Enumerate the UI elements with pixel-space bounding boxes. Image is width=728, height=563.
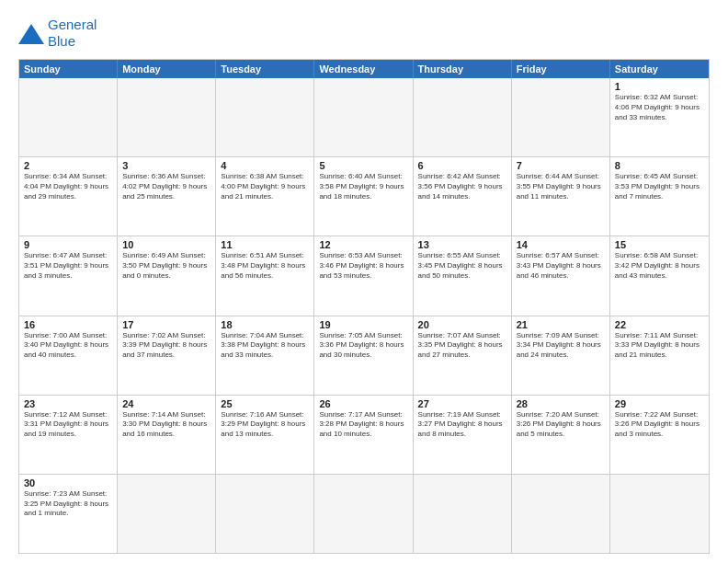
calendar-cell: 7Sunrise: 6:44 AM Sunset: 3:55 PM Daylig… <box>512 157 610 236</box>
day-info: Sunrise: 7:16 AM Sunset: 3:29 PM Dayligh… <box>221 410 309 440</box>
calendar-cell: 9Sunrise: 6:47 AM Sunset: 3:51 PM Daylig… <box>19 236 118 315</box>
calendar-cell: 21Sunrise: 7:09 AM Sunset: 3:34 PM Dayli… <box>512 316 610 395</box>
calendar-cell: 4Sunrise: 6:38 AM Sunset: 4:00 PM Daylig… <box>216 157 314 236</box>
calendar-cell: 18Sunrise: 7:04 AM Sunset: 3:38 PM Dayli… <box>216 316 314 395</box>
calendar-cell <box>118 475 216 553</box>
day-info: Sunrise: 7:09 AM Sunset: 3:34 PM Dayligh… <box>517 331 605 361</box>
day-number: 23 <box>24 398 112 409</box>
day-info: Sunrise: 6:44 AM Sunset: 3:55 PM Dayligh… <box>517 172 605 201</box>
day-info: Sunrise: 6:49 AM Sunset: 3:50 PM Dayligh… <box>122 251 210 281</box>
day-number: 3 <box>122 160 210 171</box>
day-number: 9 <box>24 239 112 250</box>
calendar-week-0: 1Sunrise: 6:32 AM Sunset: 4:06 PM Daylig… <box>19 78 709 157</box>
calendar-cell: 11Sunrise: 6:51 AM Sunset: 3:48 PM Dayli… <box>216 236 314 315</box>
day-number: 22 <box>615 319 704 330</box>
calendar-cell: 24Sunrise: 7:14 AM Sunset: 3:30 PM Dayli… <box>118 396 216 474</box>
day-info: Sunrise: 7:22 AM Sunset: 3:26 PM Dayligh… <box>615 410 704 440</box>
calendar-cell <box>512 78 610 156</box>
calendar-cell: 29Sunrise: 7:22 AM Sunset: 3:26 PM Dayli… <box>610 396 709 474</box>
day-number: 6 <box>418 160 506 171</box>
calendar-cell: 16Sunrise: 7:00 AM Sunset: 3:40 PM Dayli… <box>19 316 118 395</box>
day-info: Sunrise: 7:07 AM Sunset: 3:35 PM Dayligh… <box>418 331 506 361</box>
day-info: Sunrise: 6:34 AM Sunset: 4:04 PM Dayligh… <box>24 172 112 201</box>
calendar-week-3: 16Sunrise: 7:00 AM Sunset: 3:40 PM Dayli… <box>19 316 709 396</box>
calendar-cell <box>118 78 216 156</box>
day-number: 5 <box>319 160 407 171</box>
day-info: Sunrise: 6:38 AM Sunset: 4:00 PM Dayligh… <box>221 172 309 201</box>
day-number: 10 <box>122 239 210 250</box>
col-header-sunday: Sunday <box>19 60 118 78</box>
day-number: 29 <box>615 398 704 409</box>
calendar-header-row: SundayMondayTuesdayWednesdayThursdayFrid… <box>19 60 709 78</box>
day-number: 30 <box>24 477 112 488</box>
calendar-body: 1Sunrise: 6:32 AM Sunset: 4:06 PM Daylig… <box>19 78 709 553</box>
day-info: Sunrise: 6:42 AM Sunset: 3:56 PM Dayligh… <box>418 172 506 201</box>
day-number: 15 <box>615 239 704 250</box>
day-info: Sunrise: 7:05 AM Sunset: 3:36 PM Dayligh… <box>319 331 407 361</box>
calendar-cell: 20Sunrise: 7:07 AM Sunset: 3:35 PM Dayli… <box>414 316 512 395</box>
logo-blue: Blue <box>48 33 75 49</box>
calendar-cell: 23Sunrise: 7:12 AM Sunset: 3:31 PM Dayli… <box>19 396 118 474</box>
day-info: Sunrise: 6:57 AM Sunset: 3:43 PM Dayligh… <box>517 251 605 281</box>
day-number: 7 <box>517 160 605 171</box>
calendar-cell: 27Sunrise: 7:19 AM Sunset: 3:27 PM Dayli… <box>414 396 512 474</box>
day-number: 19 <box>319 319 407 330</box>
calendar-cell <box>216 475 314 553</box>
calendar-cell <box>610 475 709 553</box>
day-info: Sunrise: 6:32 AM Sunset: 4:06 PM Dayligh… <box>615 93 704 122</box>
day-info: Sunrise: 6:58 AM Sunset: 3:42 PM Dayligh… <box>615 251 704 281</box>
day-info: Sunrise: 6:55 AM Sunset: 3:45 PM Dayligh… <box>418 251 506 281</box>
col-header-friday: Friday <box>512 60 610 78</box>
day-number: 16 <box>24 319 112 330</box>
day-number: 26 <box>319 398 407 409</box>
day-info: Sunrise: 7:11 AM Sunset: 3:33 PM Dayligh… <box>615 331 704 361</box>
calendar-cell: 25Sunrise: 7:16 AM Sunset: 3:29 PM Dayli… <box>216 396 314 474</box>
col-header-tuesday: Tuesday <box>216 60 314 78</box>
day-info: Sunrise: 7:20 AM Sunset: 3:26 PM Dayligh… <box>517 410 605 440</box>
logo-general: General <box>48 17 97 32</box>
calendar-cell <box>512 475 610 553</box>
day-number: 1 <box>615 81 704 92</box>
day-number: 8 <box>615 160 704 171</box>
calendar-cell: 28Sunrise: 7:20 AM Sunset: 3:26 PM Dayli… <box>512 396 610 474</box>
day-info: Sunrise: 7:00 AM Sunset: 3:40 PM Dayligh… <box>24 331 112 361</box>
day-info: Sunrise: 6:40 AM Sunset: 3:58 PM Dayligh… <box>319 172 407 201</box>
calendar-week-4: 23Sunrise: 7:12 AM Sunset: 3:31 PM Dayli… <box>19 396 709 475</box>
day-number: 13 <box>418 239 506 250</box>
calendar-cell: 19Sunrise: 7:05 AM Sunset: 3:36 PM Dayli… <box>314 316 413 395</box>
calendar-grid: SundayMondayTuesdayWednesdayThursdayFrid… <box>18 59 710 554</box>
day-info: Sunrise: 7:04 AM Sunset: 3:38 PM Dayligh… <box>221 331 309 361</box>
day-number: 24 <box>122 398 210 409</box>
calendar-cell: 26Sunrise: 7:17 AM Sunset: 3:28 PM Dayli… <box>314 396 413 474</box>
day-info: Sunrise: 7:23 AM Sunset: 3:25 PM Dayligh… <box>24 489 112 519</box>
calendar-cell: 13Sunrise: 6:55 AM Sunset: 3:45 PM Dayli… <box>414 236 512 315</box>
day-number: 17 <box>122 319 210 330</box>
page-header: General Blue <box>18 17 710 50</box>
day-info: Sunrise: 6:47 AM Sunset: 3:51 PM Dayligh… <box>24 251 112 281</box>
calendar-cell <box>216 78 314 156</box>
day-info: Sunrise: 7:19 AM Sunset: 3:27 PM Dayligh… <box>418 410 506 440</box>
calendar-week-5: 30Sunrise: 7:23 AM Sunset: 3:25 PM Dayli… <box>19 475 709 553</box>
logo: General Blue <box>18 17 97 50</box>
col-header-thursday: Thursday <box>414 60 512 78</box>
logo-text: General Blue <box>48 17 97 50</box>
calendar-week-2: 9Sunrise: 6:47 AM Sunset: 3:51 PM Daylig… <box>19 236 709 316</box>
day-info: Sunrise: 6:36 AM Sunset: 4:02 PM Dayligh… <box>122 172 210 201</box>
col-header-monday: Monday <box>118 60 216 78</box>
calendar-cell: 17Sunrise: 7:02 AM Sunset: 3:39 PM Dayli… <box>118 316 216 395</box>
calendar-cell: 1Sunrise: 6:32 AM Sunset: 4:06 PM Daylig… <box>610 78 709 156</box>
calendar-cell: 14Sunrise: 6:57 AM Sunset: 3:43 PM Dayli… <box>512 236 610 315</box>
day-number: 2 <box>24 160 112 171</box>
calendar-cell: 22Sunrise: 7:11 AM Sunset: 3:33 PM Dayli… <box>610 316 709 395</box>
calendar-cell: 6Sunrise: 6:42 AM Sunset: 3:56 PM Daylig… <box>414 157 512 236</box>
day-info: Sunrise: 7:14 AM Sunset: 3:30 PM Dayligh… <box>122 410 210 440</box>
day-info: Sunrise: 7:02 AM Sunset: 3:39 PM Dayligh… <box>122 331 210 361</box>
day-number: 11 <box>221 239 309 250</box>
calendar-cell: 10Sunrise: 6:49 AM Sunset: 3:50 PM Dayli… <box>118 236 216 315</box>
day-number: 14 <box>517 239 605 250</box>
day-info: Sunrise: 7:17 AM Sunset: 3:28 PM Dayligh… <box>319 410 407 440</box>
calendar-cell: 15Sunrise: 6:58 AM Sunset: 3:42 PM Dayli… <box>610 236 709 315</box>
calendar-cell: 8Sunrise: 6:45 AM Sunset: 3:53 PM Daylig… <box>610 157 709 236</box>
day-info: Sunrise: 6:45 AM Sunset: 3:53 PM Dayligh… <box>615 172 704 201</box>
day-number: 4 <box>221 160 309 171</box>
